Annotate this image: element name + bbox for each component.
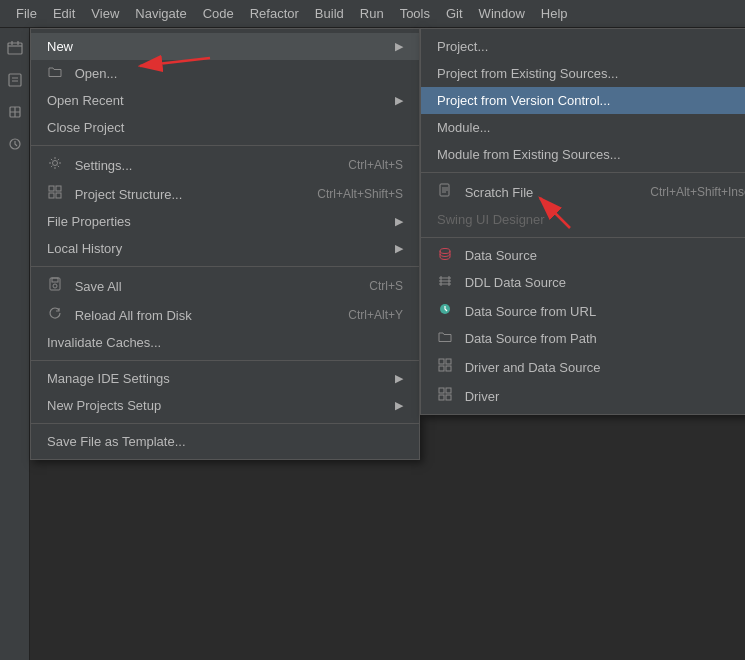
submenu-item-module-existing[interactable]: Module from Existing Sources... <box>421 141 745 168</box>
open-folder-icon <box>47 66 63 78</box>
sidebar-icon-3[interactable] <box>3 100 27 124</box>
menu-item-local-history[interactable]: Local History ▶ <box>31 235 419 262</box>
submenu-item-module[interactable]: Module... <box>421 114 745 141</box>
submenu-item-project[interactable]: Project... <box>421 33 745 60</box>
menu-item-project-structure-label: Project Structure... <box>75 187 183 202</box>
sidebar <box>0 28 30 660</box>
settings-gear-icon <box>47 156 63 170</box>
svg-point-4 <box>53 161 58 166</box>
menu-help[interactable]: Help <box>533 3 576 24</box>
menu-item-new-label: New <box>47 39 73 54</box>
menubar: File Edit View Navigate Code Refactor Bu… <box>0 0 745 28</box>
submenu-item-scratch-file[interactable]: Scratch File Ctrl+Alt+Shift+Insert <box>421 177 745 206</box>
svg-rect-19 <box>439 388 444 393</box>
submenu-item-project-existing-label: Project from Existing Sources... <box>437 66 618 81</box>
menu-item-open-recent[interactable]: Open Recent ▶ <box>31 87 419 114</box>
submenu-item-data-source-url[interactable]: Data Source from URL <box>421 296 745 325</box>
submenu-item-module-label: Module... <box>437 120 490 135</box>
menu-view[interactable]: View <box>83 3 127 24</box>
save-all-shortcut: Ctrl+S <box>369 279 403 293</box>
svg-point-11 <box>53 284 57 288</box>
right-separator-2 <box>421 237 745 238</box>
menu-item-new-projects[interactable]: New Projects Setup ▶ <box>31 392 419 419</box>
svg-rect-15 <box>439 359 444 364</box>
menu-item-manage-ide[interactable]: Manage IDE Settings ▶ <box>31 365 419 392</box>
submenu-item-module-existing-label: Module from Existing Sources... <box>437 147 621 162</box>
sidebar-icon-1[interactable] <box>3 36 27 60</box>
svg-point-13 <box>440 249 450 254</box>
new-submenu-dropdown: Project... Project from Existing Sources… <box>420 28 745 415</box>
svg-rect-8 <box>56 193 61 198</box>
menu-build[interactable]: Build <box>307 3 352 24</box>
project-structure-icon <box>47 185 63 199</box>
right-separator-1 <box>421 172 745 173</box>
submenu-item-data-source[interactable]: Data Source ▶ <box>421 242 745 269</box>
submenu-item-data-source-path[interactable]: Data Source from Path <box>421 325 745 352</box>
menu-item-close-project[interactable]: Close Project <box>31 114 419 141</box>
submenu-item-project-existing[interactable]: Project from Existing Sources... <box>421 60 745 87</box>
sidebar-icon-2[interactable] <box>3 68 27 92</box>
menu-item-project-structure[interactable]: Project Structure... Ctrl+Alt+Shift+S <box>31 179 419 208</box>
menu-item-settings-label: Settings... <box>75 158 133 173</box>
submenu-item-driver[interactable]: Driver <box>421 381 745 410</box>
data-source-path-icon <box>437 331 453 343</box>
data-source-icon <box>437 248 453 260</box>
menu-item-save-all-label: Save All <box>75 279 122 294</box>
submenu-item-project-vcs[interactable]: Project from Version Control... <box>421 87 745 114</box>
svg-rect-0 <box>8 43 22 54</box>
menu-item-open-label: Open... <box>75 66 118 81</box>
menu-item-reload-all[interactable]: Reload All from Disk Ctrl+Alt+Y <box>31 300 419 329</box>
menu-item-reload-all-label: Reload All from Disk <box>75 308 192 323</box>
reload-icon <box>47 306 63 320</box>
svg-rect-20 <box>446 388 451 393</box>
menu-item-file-properties-label: File Properties <box>47 214 131 229</box>
menu-item-local-history-label: Local History <box>47 241 122 256</box>
open-recent-arrow-icon: ▶ <box>395 94 403 107</box>
submenu-item-ddl-data-source[interactable]: DDL Data Source <box>421 269 745 296</box>
menu-git[interactable]: Git <box>438 3 471 24</box>
menu-item-invalidate[interactable]: Invalidate Caches... <box>31 329 419 356</box>
svg-rect-6 <box>56 186 61 191</box>
menu-item-open[interactable]: Open... <box>31 60 419 87</box>
menu-edit[interactable]: Edit <box>45 3 83 24</box>
menu-item-manage-ide-label: Manage IDE Settings <box>47 371 170 386</box>
menu-code[interactable]: Code <box>195 3 242 24</box>
driver-icon <box>437 387 453 401</box>
new-projects-arrow-icon: ▶ <box>395 399 403 412</box>
menu-item-close-project-label: Close Project <box>47 120 124 135</box>
svg-rect-10 <box>52 278 58 282</box>
submenu-item-driver-data-source[interactable]: Driver and Data Source <box>421 352 745 381</box>
sidebar-icon-4[interactable] <box>3 132 27 156</box>
menu-item-settings[interactable]: Settings... Ctrl+Alt+S <box>31 150 419 179</box>
menu-file[interactable]: File <box>8 3 45 24</box>
menu-item-new-projects-label: New Projects Setup <box>47 398 161 413</box>
svg-rect-17 <box>439 366 444 371</box>
submenu-item-data-source-path-label: Data Source from Path <box>465 331 597 346</box>
submenu-item-project-vcs-label: Project from Version Control... <box>437 93 610 108</box>
submenu-item-swing-ui: Swing UI Designer ▶ <box>421 206 745 233</box>
menu-item-save-all[interactable]: Save All Ctrl+S <box>31 271 419 300</box>
menu-refactor[interactable]: Refactor <box>242 3 307 24</box>
menu-navigate[interactable]: Navigate <box>127 3 194 24</box>
file-menu-dropdown: New ▶ Open... Open Recent ▶ Close Projec… <box>30 28 420 460</box>
save-all-icon <box>47 277 63 291</box>
submenu-item-swing-ui-label: Swing UI Designer <box>437 212 545 227</box>
submenu-item-data-source-url-label: Data Source from URL <box>465 304 597 319</box>
menu-tools[interactable]: Tools <box>392 3 438 24</box>
main-area: Project Structure New ▶ Open... Open Rec… <box>30 28 745 660</box>
reload-all-shortcut: Ctrl+Alt+Y <box>348 308 403 322</box>
file-properties-arrow-icon: ▶ <box>395 215 403 228</box>
manage-ide-arrow-icon: ▶ <box>395 372 403 385</box>
menu-item-file-properties[interactable]: File Properties ▶ <box>31 208 419 235</box>
project-structure-shortcut: Ctrl+Alt+Shift+S <box>317 187 403 201</box>
separator-4 <box>31 423 419 424</box>
menu-item-save-template[interactable]: Save File as Template... <box>31 428 419 455</box>
svg-rect-18 <box>446 366 451 371</box>
menu-run[interactable]: Run <box>352 3 392 24</box>
data-source-url-icon <box>437 302 453 316</box>
svg-rect-16 <box>446 359 451 364</box>
menu-window[interactable]: Window <box>471 3 533 24</box>
menu-item-new[interactable]: New ▶ <box>31 33 419 60</box>
local-history-arrow-icon: ▶ <box>395 242 403 255</box>
svg-rect-22 <box>446 395 451 400</box>
